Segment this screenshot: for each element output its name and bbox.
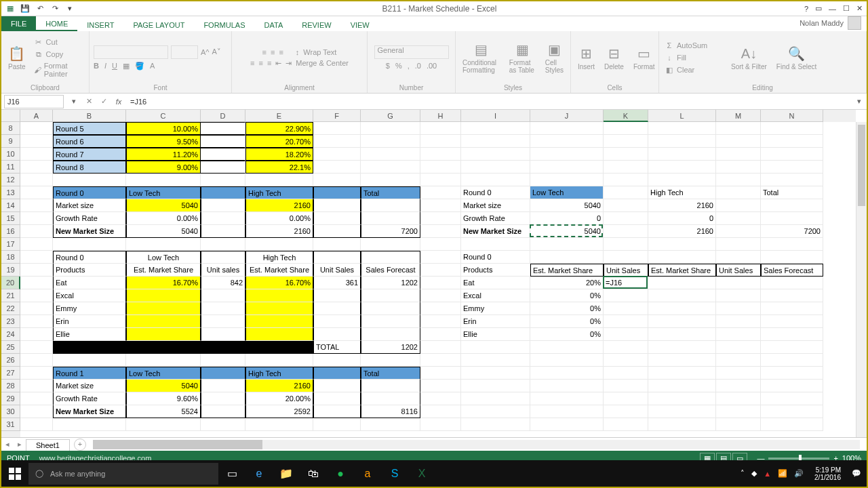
add-sheet-button[interactable]: +: [74, 439, 86, 451]
conditional-formatting-button[interactable]: ▤Conditional Formatting: [460, 40, 502, 75]
redo-icon[interactable]: ↷: [49, 3, 61, 15]
format-as-table-button[interactable]: ▦Format as Table: [507, 40, 538, 75]
delete-icon: ⊟: [606, 45, 622, 62]
spotify-icon[interactable]: ●: [327, 460, 354, 487]
delete-cells-button[interactable]: ⊟Delete: [601, 44, 627, 72]
notifications-icon[interactable]: 💬: [852, 469, 861, 478]
cortana-search[interactable]: ◯ Ask me anything: [28, 463, 218, 485]
eraser-icon: ◧: [665, 65, 674, 75]
skype-icon[interactable]: S: [381, 460, 408, 487]
excel-icon: ▦: [4, 3, 16, 15]
tab-formulas[interactable]: FORMULAS: [194, 18, 254, 31]
autosum-button[interactable]: ΣAutoSum: [663, 40, 724, 51]
insert-cells-button[interactable]: ⊞Insert: [575, 44, 597, 72]
excel-taskbar-icon[interactable]: X: [408, 460, 435, 487]
cancel-icon[interactable]: ✕: [81, 97, 96, 106]
merge-center-button[interactable]: Merge & Center: [296, 59, 349, 68]
fill-icon: ↓: [665, 53, 674, 62]
minimize-icon[interactable]: —: [829, 5, 836, 13]
column-headers[interactable]: ABCDEFGHIJKLMN: [20, 110, 856, 122]
zoom-slider[interactable]: [768, 458, 829, 460]
find-select-button[interactable]: 🔍Find & Select: [774, 44, 819, 72]
system-tray[interactable]: ˄ ◆ ▲ 📶 🔊 5:19 PM 2/1/2016 💬: [735, 466, 867, 481]
formula-input[interactable]: =J16: [126, 98, 852, 106]
format-cells-button[interactable]: ▭Format: [631, 44, 658, 72]
ribbon-options-icon[interactable]: ▭: [815, 4, 822, 13]
close-icon[interactable]: ✕: [856, 4, 863, 13]
tray-app-icon[interactable]: ◆: [751, 469, 757, 478]
copy-icon: ⧉: [34, 49, 43, 59]
number-format-select[interactable]: General: [374, 45, 449, 59]
tab-insert[interactable]: INSERT: [77, 18, 123, 31]
italic-button[interactable]: I: [104, 62, 106, 70]
cells-area[interactable]: =J16 Round 510.00%22.90%Round 69.50%20.7…: [20, 122, 856, 437]
window-title: B211 - Market Schedule - Excel: [79, 4, 800, 14]
tab-file[interactable]: FILE: [1, 16, 36, 31]
tray-wifi-icon[interactable]: 📶: [778, 469, 787, 478]
bold-button[interactable]: B: [94, 62, 99, 70]
tab-data[interactable]: DATA: [255, 18, 293, 31]
expand-formula-icon[interactable]: ▾: [852, 97, 867, 106]
paste-icon: 📋: [9, 45, 25, 62]
ribbon-tabs: FILE HOME INSERT PAGE LAYOUT FORMULAS DA…: [1, 16, 867, 31]
fill-color-icon[interactable]: 🪣: [135, 62, 144, 70]
task-view-icon[interactable]: ▭: [218, 460, 245, 487]
spreadsheet-grid[interactable]: ABCDEFGHIJKLMN 8910111213141516171819202…: [1, 110, 867, 437]
quick-access-toolbar: ▦ 💾 ↶ ↷ ▾ B211 - Market Schedule - Excel…: [1, 1, 867, 16]
wrap-text-button[interactable]: Wrap Text: [303, 48, 336, 56]
vertical-scrollbar[interactable]: [856, 122, 867, 437]
tab-review[interactable]: REVIEW: [292, 18, 340, 31]
row-headers[interactable]: 8910111213141516171819202122232425262728…: [1, 122, 20, 437]
active-cell-editor[interactable]: =J16: [603, 276, 648, 289]
border-icon[interactable]: ▦: [123, 62, 130, 70]
tray-chevron-icon[interactable]: ˄: [741, 469, 745, 478]
taskbar-clock[interactable]: 5:19 PM 2/1/2016: [810, 466, 845, 481]
tab-home[interactable]: HOME: [36, 17, 77, 31]
windows-taskbar: ◯ Ask me anything ▭ e 📁 🛍 ● a S X ˄ ◆ ▲ …: [1, 460, 867, 487]
copy-button[interactable]: ⧉Copy: [33, 49, 85, 60]
tab-page-layout[interactable]: PAGE LAYOUT: [123, 18, 194, 31]
underline-button[interactable]: U: [112, 62, 117, 70]
qat-more-icon[interactable]: ▾: [64, 3, 76, 15]
enter-icon[interactable]: ✓: [96, 97, 111, 106]
save-icon[interactable]: 💾: [19, 3, 31, 15]
user-menu[interactable]: Nolan Maddy: [794, 15, 867, 31]
start-button[interactable]: [1, 460, 28, 487]
avatar: [848, 16, 861, 30]
format-painter-button[interactable]: 🖌Format Painter: [33, 61, 85, 79]
cut-button[interactable]: ✂Cut: [33, 37, 85, 47]
sheet-tab-strip: ◂ ▸ Sheet1 +: [1, 437, 867, 451]
store-icon[interactable]: 🛍: [300, 460, 327, 487]
help-icon[interactable]: ?: [804, 5, 808, 13]
undo-icon[interactable]: ↶: [34, 3, 46, 15]
user-name-label: Nolan Maddy: [800, 19, 844, 27]
cell-styles-button[interactable]: ▣Cell Styles: [542, 40, 566, 75]
fill-button[interactable]: ↓Fill: [663, 52, 724, 63]
formula-bar: J16 ▾ ✕ ✓ fx =J16 ▾: [1, 94, 867, 110]
tray-volume-icon[interactable]: 🔊: [794, 469, 804, 478]
tray-pdf-icon[interactable]: ▲: [764, 470, 771, 478]
sheet-tab-1[interactable]: Sheet1: [26, 439, 70, 451]
namebox-dropdown-icon[interactable]: ▾: [66, 97, 81, 106]
ribbon: 📋 Paste ✂Cut ⧉Copy 🖌Format Painter Clipb…: [1, 31, 867, 94]
group-label-number: Number: [372, 83, 451, 92]
sort-filter-button[interactable]: A↓Sort & Filter: [728, 44, 770, 72]
sheet-nav-next-icon[interactable]: ▸: [14, 440, 26, 449]
fx-icon[interactable]: fx: [111, 98, 126, 106]
table-icon: ▦: [514, 41, 530, 58]
maximize-icon[interactable]: ☐: [843, 4, 850, 13]
paste-button[interactable]: 📋 Paste: [5, 44, 28, 72]
cut-icon: ✂: [34, 37, 43, 47]
sheet-nav-prev-icon[interactable]: ◂: [1, 440, 14, 449]
horizontal-scrollbar[interactable]: [93, 440, 860, 449]
group-label-cells: Cells: [575, 83, 654, 92]
insert-icon: ⊞: [578, 45, 595, 62]
select-all-corner[interactable]: [1, 110, 20, 122]
file-explorer-icon[interactable]: 📁: [273, 460, 300, 487]
name-box[interactable]: J16: [4, 95, 64, 108]
clear-button[interactable]: ◧Clear: [663, 64, 724, 75]
font-color-icon[interactable]: A: [150, 62, 155, 70]
edge-icon[interactable]: e: [245, 460, 273, 487]
tab-view[interactable]: VIEW: [341, 18, 379, 31]
amazon-icon[interactable]: a: [354, 460, 381, 487]
